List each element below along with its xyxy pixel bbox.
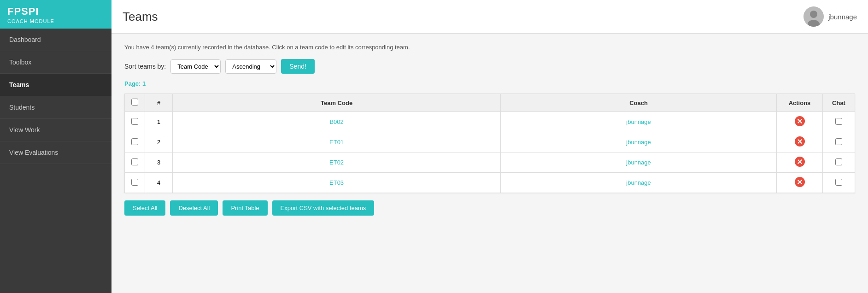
delete-icon-3[interactable] — [795, 177, 805, 187]
sidebar-item-toolbox[interactable]: Toolbox — [0, 51, 111, 74]
username-label: jbunnage — [828, 13, 857, 21]
row-chat — [823, 173, 855, 193]
page-info: Page: 1 — [124, 80, 855, 87]
svg-point-1 — [810, 11, 817, 18]
col-teamcode-header: Team Code — [173, 94, 501, 112]
row-num: 4 — [145, 173, 173, 193]
row-checkbox-2[interactable] — [131, 158, 138, 165]
main-content: Teams jbunnage You have 4 team(s) curren… — [111, 0, 868, 293]
row-team-code: ET01 — [173, 132, 501, 152]
row-team-code: ET02 — [173, 152, 501, 173]
row-actions — [777, 152, 823, 173]
row-actions — [777, 112, 823, 132]
select-all-header-checkbox[interactable] — [131, 99, 138, 105]
chat-checkbox-0[interactable] — [835, 118, 842, 125]
logo: FPSPI — [7, 6, 104, 18]
row-num: 1 — [145, 112, 173, 132]
select-all-button[interactable]: Select All — [124, 200, 165, 216]
sort-label: Sort teams by: — [124, 63, 166, 70]
team-code-link-2[interactable]: ET02 — [329, 159, 344, 166]
sort-by-select[interactable]: Team Code Coach — [170, 59, 221, 74]
user-area: jbunnage — [803, 6, 857, 27]
row-coach: jbunnage — [501, 152, 777, 173]
col-num-header: # — [145, 94, 173, 112]
teams-table: # Team Code Coach Actions Chat 1 B002 jb… — [124, 94, 855, 193]
print-table-button[interactable]: Print Table — [223, 200, 267, 216]
coach-link-0[interactable]: jbunnage — [626, 118, 651, 125]
table-row: 1 B002 jbunnage — [125, 112, 855, 132]
chat-checkbox-3[interactable] — [835, 179, 842, 186]
row-coach: jbunnage — [501, 173, 777, 193]
team-code-link-0[interactable]: B002 — [329, 118, 343, 125]
row-chat — [823, 112, 855, 132]
row-team-code: B002 — [173, 112, 501, 132]
row-checkbox-0[interactable] — [131, 118, 138, 125]
sidebar-item-view-work[interactable]: View Work — [0, 119, 111, 141]
coach-link-3[interactable]: jbunnage — [626, 179, 651, 186]
table-row: 4 ET03 jbunnage — [125, 173, 855, 193]
team-code-link-3[interactable]: ET03 — [329, 179, 344, 186]
row-chat — [823, 132, 855, 152]
delete-icon-2[interactable] — [795, 157, 805, 167]
team-code-link-1[interactable]: ET01 — [329, 139, 344, 146]
sidebar-item-dashboard[interactable]: Dashboard — [0, 29, 111, 51]
content-area: You have 4 team(s) currently recorded in… — [111, 34, 868, 293]
sort-order-select[interactable]: Ascending Descending — [225, 59, 276, 74]
export-csv-button[interactable]: Export CSV with selected teams — [272, 200, 375, 216]
row-num: 2 — [145, 132, 173, 152]
row-actions — [777, 173, 823, 193]
send-button[interactable]: Send! — [281, 59, 315, 74]
row-coach: jbunnage — [501, 132, 777, 152]
chat-checkbox-1[interactable] — [835, 138, 842, 145]
sidebar-item-teams[interactable]: Teams — [0, 74, 111, 96]
row-checkbox-1[interactable] — [131, 138, 138, 145]
coach-link-1[interactable]: jbunnage — [626, 139, 651, 146]
row-checkbox-3[interactable] — [131, 179, 138, 186]
sidebar-nav: DashboardToolboxTeamsStudentsView WorkVi… — [0, 29, 111, 164]
info-text: You have 4 team(s) currently recorded in… — [124, 44, 855, 51]
row-checkbox-cell — [125, 112, 145, 132]
top-bar: Teams jbunnage — [111, 0, 868, 34]
row-num: 3 — [145, 152, 173, 173]
col-coach-header: Coach — [501, 94, 777, 112]
table-row: 2 ET01 jbunnage — [125, 132, 855, 152]
sort-row: Sort teams by: Team Code Coach Ascending… — [124, 59, 855, 74]
row-checkbox-cell — [125, 173, 145, 193]
table-row: 3 ET02 jbunnage — [125, 152, 855, 173]
row-checkbox-cell — [125, 132, 145, 152]
row-checkbox-cell — [125, 152, 145, 173]
action-row: Select All Deselect All Print Table Expo… — [124, 200, 855, 216]
col-checkbox-header — [125, 94, 145, 112]
coach-link-2[interactable]: jbunnage — [626, 159, 651, 166]
delete-icon-1[interactable] — [795, 136, 805, 146]
deselect-all-button[interactable]: Deselect All — [170, 200, 218, 216]
col-chat-header: Chat — [823, 94, 855, 112]
module-label: COACH MODULE — [7, 18, 104, 24]
table-body: 1 B002 jbunnage 2 ET01 jbunnage — [125, 112, 855, 193]
sidebar-item-view-evaluations[interactable]: View Evaluations — [0, 141, 111, 164]
delete-icon-0[interactable] — [795, 116, 805, 126]
sidebar-header: FPSPI COACH MODULE — [0, 0, 111, 29]
row-actions — [777, 132, 823, 152]
row-team-code: ET03 — [173, 173, 501, 193]
page-title: Teams — [123, 10, 158, 24]
row-coach: jbunnage — [501, 112, 777, 132]
col-actions-header: Actions — [777, 94, 823, 112]
row-chat — [823, 152, 855, 173]
sidebar-item-students[interactable]: Students — [0, 96, 111, 119]
sidebar: FPSPI COACH MODULE DashboardToolboxTeams… — [0, 0, 111, 293]
avatar — [803, 6, 824, 27]
chat-checkbox-2[interactable] — [835, 158, 842, 165]
